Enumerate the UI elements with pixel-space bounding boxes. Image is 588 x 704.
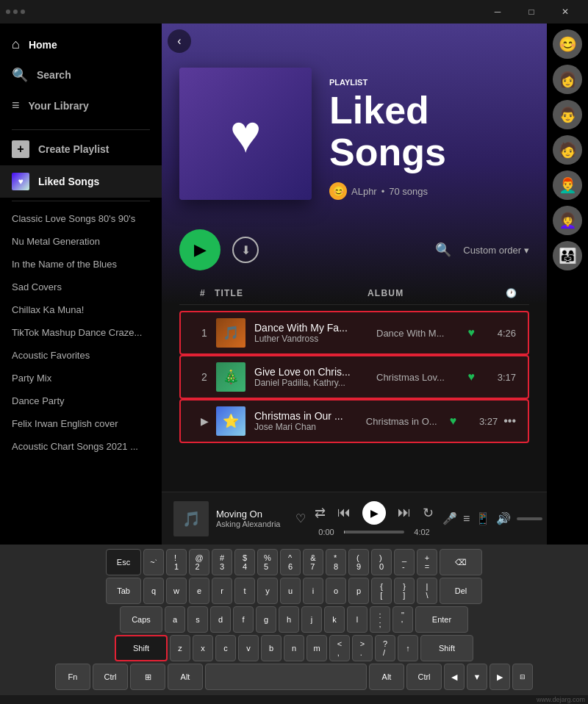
key-q[interactable]: q — [143, 578, 164, 604]
key-semicolon[interactable]: :; — [370, 606, 390, 633]
player-heart-button[interactable]: ♡ — [295, 511, 306, 525]
key-ctrl-right[interactable]: Ctrl — [406, 664, 442, 690]
key-6[interactable]: ^6 — [280, 549, 301, 575]
key-caps[interactable]: Caps — [120, 606, 162, 633]
key-x[interactable]: x — [193, 635, 213, 661]
list-item[interactable]: Party Mix — [0, 367, 162, 389]
table-row[interactable]: 2 🎄 Give Love on Chris... Daniel Padilla… — [179, 355, 529, 399]
devices-button[interactable]: 📱 — [476, 511, 490, 525]
key-right-arrow[interactable]: ▶ — [490, 664, 510, 690]
key-t[interactable]: t — [234, 578, 255, 604]
key-enter[interactable]: Enter — [415, 606, 468, 633]
player-play-button[interactable]: ▶ — [362, 501, 386, 525]
key-tab[interactable]: Tab — [106, 578, 141, 604]
key-9[interactable]: (9 — [348, 549, 369, 575]
close-button[interactable]: ✕ — [548, 0, 582, 24]
key-alt-right[interactable]: Alt — [369, 664, 404, 690]
list-item[interactable]: Acoustic Favorites — [0, 344, 162, 367]
lyrics-button[interactable]: 🎤 — [442, 511, 457, 525]
key-1[interactable]: !1 — [166, 549, 187, 575]
key-v[interactable]: v — [238, 635, 259, 661]
key-extra[interactable]: ⊟ — [512, 664, 533, 690]
right-avatar-3[interactable]: 👨 — [553, 100, 582, 129]
key-u[interactable]: u — [280, 578, 301, 604]
key-y[interactable]: y — [257, 578, 278, 604]
key-w[interactable]: w — [166, 578, 187, 604]
sidebar-item-search[interactable]: 🔍 Search — [0, 60, 162, 90]
key-delete[interactable]: Del — [440, 578, 482, 604]
key-k[interactable]: k — [324, 606, 345, 633]
download-button[interactable]: ⬇ — [232, 237, 259, 263]
right-avatar-2[interactable]: 👩 — [553, 65, 582, 94]
create-playlist-button[interactable]: + Create Playlist — [0, 133, 162, 165]
key-esc[interactable]: Esc — [106, 549, 141, 575]
repeat-button[interactable]: ↻ — [423, 505, 434, 521]
key-a[interactable]: a — [165, 606, 185, 633]
more-options-button[interactable]: ••• — [503, 414, 516, 428]
key-lbracket[interactable]: {[ — [371, 578, 392, 604]
sidebar-item-home[interactable]: ⌂ Home — [0, 29, 162, 60]
minimize-button[interactable]: ─ — [481, 0, 514, 24]
next-button[interactable]: ⏭ — [398, 505, 411, 520]
shuffle-button[interactable]: ⇄ — [315, 505, 326, 521]
key-8[interactable]: *8 — [326, 549, 346, 575]
back-button[interactable]: ‹ — [168, 29, 191, 53]
key-h[interactable]: h — [279, 606, 299, 633]
key-quote[interactable]: "' — [392, 606, 413, 633]
key-up-arrow[interactable]: ↑ — [398, 635, 418, 661]
table-row[interactable]: ▶ ⭐ Christmas in Our ... Jose Mari Chan … — [179, 399, 529, 443]
key-period[interactable]: >. — [352, 635, 373, 661]
list-item[interactable]: Felix Irwan English cover — [0, 412, 162, 435]
key-backspace[interactable]: ⌫ — [440, 549, 482, 575]
key-f[interactable]: f — [233, 606, 254, 633]
key-c[interactable]: c — [215, 635, 236, 661]
list-item[interactable]: Nu Metal Generation — [0, 230, 162, 253]
key-comma[interactable]: <, — [329, 635, 350, 661]
key-alt-left[interactable]: Alt — [168, 664, 203, 690]
right-avatar-5[interactable]: 👨‍🦰 — [553, 170, 582, 200]
key-minus[interactable]: _- — [394, 549, 415, 575]
key-m[interactable]: m — [306, 635, 327, 661]
key-0[interactable]: )0 — [371, 549, 392, 575]
key-p[interactable]: p — [348, 578, 369, 604]
key-windows[interactable]: ⊞ — [130, 664, 165, 690]
key-z[interactable]: z — [170, 635, 190, 661]
key-shift-left[interactable]: Shift — [115, 635, 168, 661]
key-rbracket[interactable]: }] — [394, 578, 415, 604]
sidebar-item-library[interactable]: ≡ Your Library — [0, 90, 162, 121]
key-n[interactable]: n — [284, 635, 304, 661]
key-backslash[interactable]: |\ — [417, 578, 437, 604]
queue-button[interactable]: ≡ — [463, 512, 470, 525]
list-item[interactable]: Chillax Ka Muna! — [0, 298, 162, 321]
list-item[interactable]: Acoustic Chart Songs 2021 ... — [0, 435, 162, 458]
search-tracks-button[interactable]: 🔍 — [435, 242, 451, 258]
play-button-large[interactable]: ▶ — [179, 229, 220, 270]
right-avatar-6[interactable]: 👩‍🦱 — [553, 206, 582, 235]
key-e[interactable]: e — [189, 578, 209, 604]
key-shift-right[interactable]: Shift — [420, 635, 473, 661]
key-left-arrow[interactable]: ◀ — [444, 664, 465, 690]
list-item[interactable]: Sad Covers — [0, 276, 162, 298]
previous-button[interactable]: ⏮ — [337, 505, 351, 520]
custom-order-button[interactable]: Custom order ▾ — [463, 245, 529, 256]
volume-bar[interactable] — [517, 517, 542, 520]
list-item[interactable]: In the Name of the Blues — [0, 253, 162, 276]
table-row[interactable]: 1 🎵 Dance With My Fa... Luther Vandross … — [179, 311, 529, 355]
key-3[interactable]: #3 — [212, 549, 232, 575]
key-space[interactable] — [205, 664, 367, 690]
list-item[interactable]: TikTok Mashup Dance Craze... — [0, 321, 162, 344]
key-ctrl-left[interactable]: Ctrl — [93, 664, 128, 690]
key-4[interactable]: $4 — [234, 549, 255, 575]
key-g[interactable]: g — [256, 606, 276, 633]
progress-bar[interactable] — [344, 531, 404, 534]
right-avatar-7[interactable]: 👨‍👩‍👧 — [553, 241, 582, 270]
key-slash[interactable]: ?/ — [375, 635, 395, 661]
key-l[interactable]: l — [347, 606, 368, 633]
key-b[interactable]: b — [261, 635, 282, 661]
key-down-arrow[interactable]: ▼ — [467, 664, 487, 690]
key-2[interactable]: @2 — [189, 549, 209, 575]
maximize-button[interactable]: □ — [514, 0, 548, 24]
liked-songs-item[interactable]: ♥ Liked Songs — [0, 165, 162, 198]
key-equals[interactable]: += — [417, 549, 437, 575]
right-avatar-1[interactable]: 😊 — [553, 29, 582, 59]
